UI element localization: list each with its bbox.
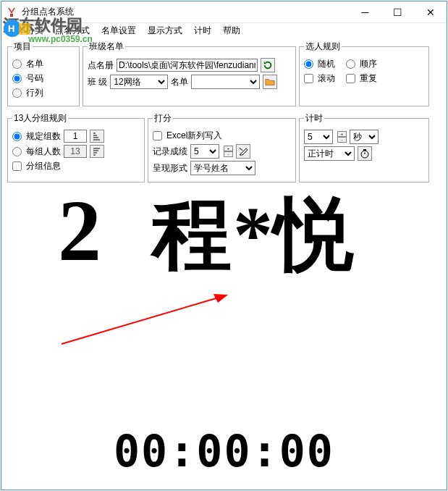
radio-groupcount[interactable] xyxy=(12,132,22,141)
menu-display[interactable]: 显示方式 xyxy=(142,23,188,38)
selectrule-group: 选人规则 随机 顺序 滚动 重复 xyxy=(299,41,429,106)
label-random: 随机 xyxy=(318,58,335,70)
minimize-button[interactable]: ─ xyxy=(349,1,381,22)
file-input[interactable] xyxy=(117,59,258,72)
file-label: 点名册 xyxy=(88,59,114,72)
time-down[interactable]: - xyxy=(337,137,347,143)
class-select[interactable]: 12网络 xyxy=(110,75,168,89)
time-value-select[interactable]: 5 xyxy=(304,130,333,144)
record-up[interactable]: + xyxy=(224,146,233,151)
check-repeat[interactable] xyxy=(346,74,355,83)
timer-display: 00:00:00 xyxy=(0,426,448,477)
time-mode-select[interactable]: 正计时 xyxy=(304,146,355,161)
score-group: 打分 Excel新列写入 记录成绩 5 +- 呈现形式 学号姓名 xyxy=(148,112,296,182)
label-show: 呈现形式 xyxy=(153,162,187,175)
annotation-arrow xyxy=(54,290,235,348)
class-label: 班 级 xyxy=(88,76,107,88)
label-record: 记录成绩 xyxy=(153,146,187,158)
groupcount-input[interactable] xyxy=(64,130,87,143)
close-button[interactable]: ✕ xyxy=(414,1,447,22)
titlebar: 分组点名系统 ─ ☐ ✕ xyxy=(1,1,447,23)
list-select[interactable] xyxy=(191,75,260,89)
svg-rect-2 xyxy=(363,149,366,151)
svg-rect-0 xyxy=(10,14,13,17)
result-number: 2 xyxy=(58,181,101,281)
app-icon xyxy=(6,7,17,18)
menubar: 菜单分类 点名方式 名单设置 显示方式 计时 帮助 xyxy=(1,23,447,38)
controls-panel: 项目 名单 号码 行列 班级名单 点名册 班 级 12网络 名单 xyxy=(1,38,447,188)
record-select[interactable]: 5 xyxy=(190,144,219,159)
label-repeat: 重复 xyxy=(360,72,377,85)
namelist-group: 班级名单 点名册 班 级 12网络 名单 xyxy=(83,41,296,106)
sort-desc-button[interactable] xyxy=(90,145,104,158)
svg-text:H: H xyxy=(8,23,14,34)
namelist-legend: 班级名单 xyxy=(88,41,125,53)
grouprule-legend: 13人分组规则 xyxy=(12,112,68,125)
grouprule-group: 13人分组规则 规定组数 每组人数 分组信息 xyxy=(7,112,145,182)
radio-order[interactable] xyxy=(346,59,355,69)
score-legend: 打分 xyxy=(153,112,173,125)
refresh-button[interactable] xyxy=(261,58,275,72)
timing-group: 计时 5 +- 秒 正计时 xyxy=(299,112,429,182)
list-label: 名单 xyxy=(171,76,188,88)
selectrule-legend: 选人规则 xyxy=(304,41,342,53)
label-rowcol: 行列 xyxy=(26,87,43,99)
write-button[interactable] xyxy=(236,144,250,159)
show-select[interactable]: 学号姓名 xyxy=(190,161,255,175)
label-groupcount: 规定组数 xyxy=(26,130,61,143)
project-legend: 项目 xyxy=(12,41,33,53)
radio-random[interactable] xyxy=(304,59,313,69)
label-pergroup: 每组人数 xyxy=(26,146,61,158)
record-down[interactable]: - xyxy=(224,151,233,157)
label-scroll: 滚动 xyxy=(318,72,335,85)
radio-number[interactable] xyxy=(12,74,22,83)
folder-button[interactable] xyxy=(263,75,277,89)
check-groupinfo[interactable] xyxy=(12,161,22,171)
radio-pergroup[interactable] xyxy=(12,147,22,156)
stopwatch-button[interactable] xyxy=(358,146,372,161)
label-groupinfo: 分组信息 xyxy=(26,160,61,172)
sort-asc-button[interactable] xyxy=(90,130,104,143)
window-title: 分组点名系统 xyxy=(22,6,349,18)
radio-namelist[interactable] xyxy=(12,59,22,69)
label-namelist: 名单 xyxy=(26,58,43,70)
result-name: 程*悦 xyxy=(152,181,355,289)
menu-help[interactable]: 帮助 xyxy=(217,23,246,38)
check-excel[interactable] xyxy=(153,131,162,140)
svg-line-6 xyxy=(62,297,221,344)
time-unit-select[interactable]: 秒 xyxy=(350,130,379,144)
pergroup-input xyxy=(64,145,87,158)
maximize-button[interactable]: ☐ xyxy=(381,1,414,22)
svg-marker-7 xyxy=(214,294,228,303)
menu-timer[interactable]: 计时 xyxy=(188,23,217,38)
menu-method[interactable]: 点名方式 xyxy=(49,23,96,38)
label-order: 顺序 xyxy=(360,58,377,70)
window-buttons: ─ ☐ ✕ xyxy=(349,1,447,22)
time-up[interactable]: + xyxy=(337,131,347,137)
label-number: 号码 xyxy=(26,72,43,85)
radio-rowcol[interactable] xyxy=(12,88,22,98)
watermark-logo: H xyxy=(3,19,32,38)
check-scroll[interactable] xyxy=(304,74,313,83)
project-group: 项目 名单 号码 行列 xyxy=(7,41,80,106)
menu-setting[interactable]: 名单设置 xyxy=(96,23,142,38)
label-excel: Excel新列写入 xyxy=(166,130,222,142)
timing-legend: 计时 xyxy=(304,112,324,125)
